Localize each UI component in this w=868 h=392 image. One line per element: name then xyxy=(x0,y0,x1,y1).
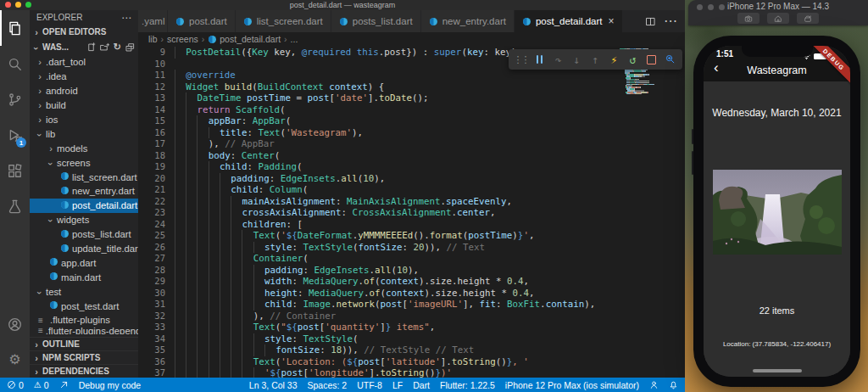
code-area[interactable]: PostDetail({Key key, @required this.post… xyxy=(175,46,685,378)
step-into-button[interactable]: ↓ xyxy=(568,51,586,68)
status-lf[interactable]: LF xyxy=(392,380,403,390)
line-number[interactable]: 17 xyxy=(138,138,165,150)
inspect-button[interactable] xyxy=(661,51,679,68)
simulator-camera-button[interactable] xyxy=(737,13,760,24)
tree-item-lib[interactable]: ›lib xyxy=(30,126,138,141)
step-over-button[interactable]: ↷ xyxy=(549,51,567,68)
editor-gutter[interactable]: 9101112131415161718192021222324252627282… xyxy=(138,46,175,378)
breadcrumb-screens[interactable]: screens xyxy=(167,34,198,44)
status-ln-3-col-33[interactable]: Ln 3, Col 33 xyxy=(249,380,298,390)
line-number[interactable]: 19 xyxy=(138,161,165,173)
grip-button[interactable]: ⋮⋮ xyxy=(512,51,530,68)
section-outline[interactable]: ›OUTLINE xyxy=(30,337,138,350)
tree-item-post_test.dart[interactable]: post_test.dart xyxy=(30,299,138,313)
tree-item-list_screen.dart[interactable]: list_screen.dart xyxy=(30,170,138,184)
line-number[interactable]: 34 xyxy=(138,333,165,345)
status-launch[interactable] xyxy=(59,380,69,389)
line-number[interactable]: 15 xyxy=(138,115,165,127)
tree-item-.dart_tool[interactable]: ›.dart_tool xyxy=(30,55,138,70)
tree-item-app.dart[interactable]: app.dart xyxy=(30,255,138,270)
status-feedback[interactable] xyxy=(649,380,659,389)
activity-extensions[interactable] xyxy=(0,153,30,188)
step-out-button[interactable]: ↑ xyxy=(587,51,604,68)
tree-item-update_title.dart[interactable]: update_title.dart xyxy=(30,242,138,256)
line-number[interactable]: 28 xyxy=(138,265,165,277)
line-number[interactable]: 23 xyxy=(138,207,165,219)
tab-.yaml[interactable]: .yaml xyxy=(138,10,168,32)
tree-item-posts_list.dart[interactable]: posts_list.dart xyxy=(30,227,138,242)
pause-button[interactable] xyxy=(531,51,548,68)
tab-posts_list.dart[interactable]: posts_list.dart xyxy=(331,10,421,32)
tree-item-.flutter-plugins-dependencies[interactable]: ≡.flutter-plugins-dependencies xyxy=(30,328,138,334)
line-number[interactable]: 29 xyxy=(138,276,165,288)
status-flutter-1-22-5[interactable]: Flutter: 1.22.5 xyxy=(440,380,495,390)
line-number[interactable]: 35 xyxy=(138,344,165,356)
more-icon[interactable]: ⋯ xyxy=(664,14,677,28)
line-number[interactable]: 21 xyxy=(138,184,165,196)
collapse-all-icon[interactable] xyxy=(125,42,135,52)
status-0[interactable]: 0 xyxy=(7,380,24,390)
code-editor[interactable]: 9101112131415161718192021222324252627282… xyxy=(138,46,685,378)
simulator-rotate-button[interactable] xyxy=(797,13,819,24)
refresh-icon[interactable]: ↻ xyxy=(114,42,121,52)
section-npm-scripts[interactable]: ›NPM SCRIPTS xyxy=(30,350,138,364)
line-number[interactable]: 36 xyxy=(138,356,165,368)
tree-item-android[interactable]: ›android xyxy=(30,84,138,98)
status-bell[interactable] xyxy=(669,380,678,389)
tree-item-new_entry.dart[interactable]: new_entry.dart xyxy=(30,184,138,199)
line-number[interactable]: 12 xyxy=(138,81,165,93)
activity-files[interactable] xyxy=(0,10,30,46)
activity-debug[interactable]: 1 xyxy=(0,117,30,153)
more-actions-icon[interactable]: ⋯ xyxy=(121,12,131,24)
close-icon[interactable]: × xyxy=(609,15,615,27)
line-number[interactable]: 13 xyxy=(138,92,165,104)
tree-item-test[interactable]: ›test xyxy=(30,284,138,299)
close-window-button[interactable] xyxy=(5,2,11,8)
maximize-window-button[interactable] xyxy=(25,2,31,8)
line-number[interactable]: 24 xyxy=(138,219,165,231)
activity-account[interactable] xyxy=(0,306,30,342)
activity-source-control[interactable] xyxy=(0,81,30,117)
line-number[interactable]: 11 xyxy=(138,70,165,81)
line-number[interactable]: 18 xyxy=(138,150,165,162)
simulator-home-button[interactable] xyxy=(767,13,789,24)
line-number[interactable]: 20 xyxy=(138,173,165,185)
minimize-window-button[interactable] xyxy=(15,2,21,8)
tab-new_entry.dart[interactable]: new_entry.dart xyxy=(421,10,515,32)
tab-list_screen.dart[interactable]: list_screen.dart xyxy=(236,10,331,32)
activity-gear[interactable]: ⚙ xyxy=(0,342,30,378)
breadcrumb-post_detail.dart[interactable]: post_detail.dart xyxy=(208,34,281,44)
split-editor-icon[interactable] xyxy=(645,16,656,27)
status-spaces-2[interactable]: Spaces: 2 xyxy=(307,380,347,390)
stop-button[interactable] xyxy=(643,51,660,68)
open-editors-section[interactable]: › OPEN EDITORS xyxy=(30,25,138,39)
tree-item-ios[interactable]: ›ios xyxy=(30,113,138,127)
tree-item-post_detail.dart[interactable]: post_detail.dart xyxy=(30,199,138,213)
tab-post.dart[interactable]: post.dart xyxy=(168,10,236,32)
workspace-section[interactable]: › WAS... ↻ xyxy=(30,39,138,55)
line-number[interactable]: 27 xyxy=(138,253,165,265)
line-number[interactable]: 14 xyxy=(138,104,165,116)
line-number[interactable]: 16 xyxy=(138,127,165,139)
lightning-button[interactable]: ⚡ xyxy=(605,51,623,68)
line-number[interactable]: 25 xyxy=(138,230,165,242)
tree-item-main.dart[interactable]: main.dart xyxy=(30,270,138,284)
tree-item-build[interactable]: ›build xyxy=(30,98,138,113)
line-number[interactable]: 30 xyxy=(138,288,165,300)
restart-button[interactable]: ↺ xyxy=(624,51,642,68)
line-number[interactable]: 22 xyxy=(138,196,165,208)
tree-item-screens[interactable]: ›screens xyxy=(30,155,138,170)
home-indicator[interactable] xyxy=(753,369,802,372)
tab-post_detail.dart[interactable]: post_detail.dart× xyxy=(515,10,623,32)
line-number[interactable]: 9 xyxy=(138,47,165,59)
status-iphone-12-pro-max-ios-simulator[interactable]: iPhone 12 Pro Max (ios simulator) xyxy=(505,380,639,390)
tree-item-.flutter-plugins[interactable]: ≡.flutter-plugins xyxy=(30,313,138,328)
tree-item-models[interactable]: ›models xyxy=(30,141,138,155)
new-folder-icon[interactable] xyxy=(100,42,109,52)
status-dart[interactable]: Dart xyxy=(413,380,430,390)
status-debug-my-code[interactable]: Debug my code xyxy=(79,380,142,390)
line-number[interactable]: 10 xyxy=(138,59,165,70)
activity-search[interactable] xyxy=(0,46,30,81)
breadcrumb-...[interactable]: ... xyxy=(291,34,298,44)
line-number[interactable]: 33 xyxy=(138,322,165,333)
